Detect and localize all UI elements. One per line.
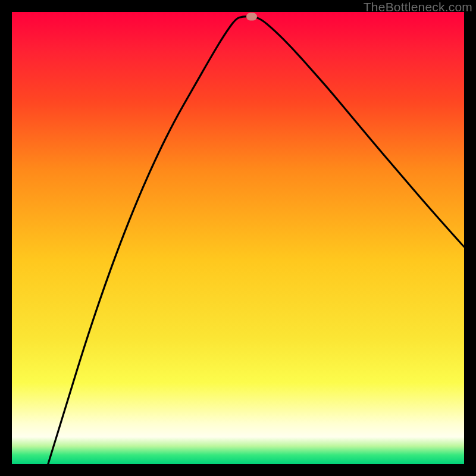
plot-area [12,12,464,464]
bottleneck-curve [12,12,464,464]
watermark-text: TheBottleneck.com [364,0,472,14]
optimum-marker [246,12,257,20]
chart-frame: TheBottleneck.com [0,0,476,476]
